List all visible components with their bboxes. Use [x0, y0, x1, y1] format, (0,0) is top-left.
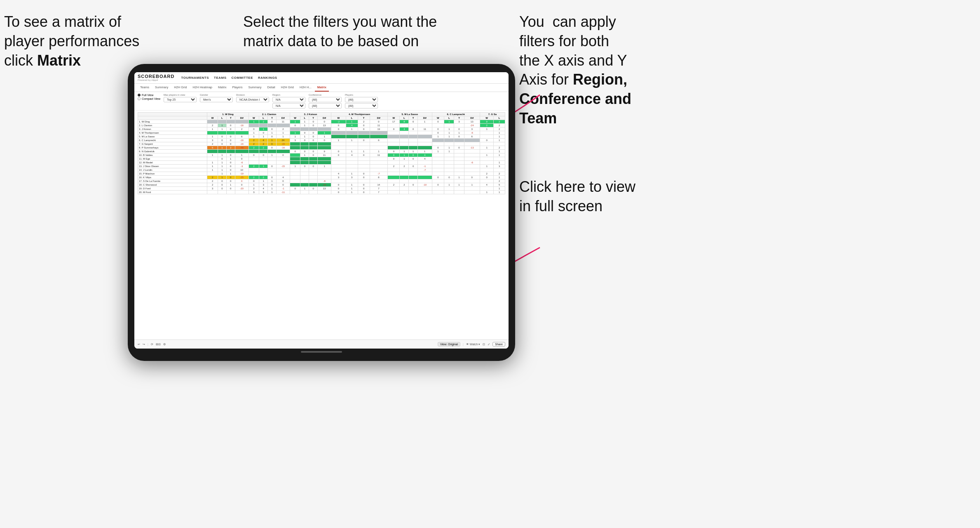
logo-sub-text: Powered by clippd	[138, 79, 174, 82]
player-name: 16. K Vilips	[138, 175, 207, 179]
sh-d3: Dif	[318, 116, 331, 120]
tab-players[interactable]: Players	[230, 84, 245, 92]
share-button[interactable]: Share	[492, 342, 505, 346]
watch-button[interactable]: 👁 Watch ▾	[466, 343, 480, 346]
filter-gender: Gender Men's	[200, 94, 233, 102]
player-name: 14. J Lundin	[138, 168, 207, 172]
table-row: 9. N Gabrelcik 0009 0111 0111 11 1	[138, 149, 505, 153]
gender-label: Gender	[200, 94, 233, 96]
sh-w7: W	[480, 116, 494, 120]
sh-d2: Dif	[276, 116, 290, 120]
conference-select-1[interactable]: (All)	[309, 97, 342, 102]
filter-conference: Conference (All) (All)	[309, 94, 342, 108]
conference-select-2[interactable]: (All)	[309, 103, 342, 108]
sh-d5: Dif	[418, 116, 432, 120]
table-row: 1. W Ding 12011 1100 -2120 17801 01313 9…	[138, 120, 505, 123]
table-row: 17. S De La Fuente 2000 0110 -8 2	[138, 179, 505, 183]
tab-h2h-heatmap[interactable]: H2H Heatmap	[190, 84, 215, 92]
tab-h2h-grid[interactable]: H2H Grid	[171, 84, 189, 92]
undo-icon[interactable]: ↩	[138, 343, 140, 346]
region-select-1[interactable]: N/A	[272, 97, 305, 102]
nav-tournaments[interactable]: TOURNAMENTS	[181, 75, 209, 80]
settings-icon[interactable]: ⚙	[163, 343, 166, 346]
table-row: 4. M Thorbjornsen 1011 1001 011-6 1	[138, 131, 505, 134]
tab-row: Teams Summary H2H Grid H2H Heatmap Matri…	[134, 84, 509, 92]
tab-matrix-active[interactable]: Matrix	[315, 84, 329, 92]
players-select-1[interactable]: (All)	[345, 97, 378, 102]
division-select[interactable]: NCAA Division I	[236, 97, 269, 102]
screen-icon[interactable]: ⊡	[483, 343, 485, 346]
division-label: Division	[236, 94, 269, 96]
col-header-5: 5. M La Sasso	[388, 112, 432, 116]
sh-l1: L	[218, 116, 227, 120]
compact-view-radio[interactable]	[138, 97, 141, 100]
table-row: 12. M Riedel 110-6 -6 1	[138, 160, 505, 164]
player-name: 18. C Sherwood	[138, 183, 207, 186]
sh-t4: T	[358, 116, 370, 120]
sh-l7: L	[494, 116, 505, 120]
refresh-icon[interactable]: ⟳	[151, 343, 153, 346]
matrix-table: 1. W Ding 2. L Clanton 3. J Koivun 4. M …	[138, 112, 505, 194]
table-row: 5. M La Sasso 1006 1101 1101 1106 1	[138, 134, 505, 138]
region-label: Region	[272, 94, 305, 96]
player-name: 19. D Ford	[138, 186, 207, 190]
tab-teams[interactable]: Teams	[138, 84, 152, 92]
tab-detail[interactable]: Detail	[265, 84, 278, 92]
player-name: 5. M La Sasso	[138, 134, 207, 138]
col-header-6: 6. C Lamprecht	[432, 112, 480, 116]
player-name: 17. S De La Fuente	[138, 179, 207, 183]
tablet-device: SCOREBOARD Powered by clippd TOURNAMENTS…	[128, 64, 515, 361]
players-select-2[interactable]: (All)	[345, 103, 378, 108]
logo-main-text: SCOREBOARD	[138, 74, 174, 79]
expand-icon[interactable]: ⤢	[488, 343, 490, 346]
redo-icon[interactable]: ↪	[143, 343, 145, 346]
full-view-option[interactable]: Full View	[138, 94, 160, 97]
player-name: 15. P Maichon	[138, 172, 207, 175]
home-indicator	[301, 351, 342, 353]
tab-h2h-grid2[interactable]: H2H Grid	[279, 84, 296, 92]
bottom-bar: ↩ ↪ | ⟳ ⊞⊟ ⚙ View: Original | 👁 Watch ▾ …	[134, 339, 509, 349]
matrix-area[interactable]: 1. W Ding 2. L Clanton 3. J Koivun 4. M …	[134, 111, 509, 339]
table-row: 18. C Sherwood 2010 1300 -15 01014 220-1…	[138, 183, 505, 186]
region-select-2[interactable]: N/A	[272, 103, 305, 108]
sh-w4: W	[331, 116, 346, 120]
max-players-select[interactable]: Top 25	[164, 97, 197, 102]
player-name: 9. N Gabrelcik	[138, 149, 207, 153]
tab-summary2[interactable]: Summary	[246, 84, 264, 92]
tab-h2h-h[interactable]: H2H H...	[297, 84, 314, 92]
player-name: 2. L Clanton	[138, 123, 207, 127]
sh-l4: L	[346, 116, 358, 120]
sh-w3: W	[290, 116, 300, 120]
player-name: 1. W Ding	[138, 120, 207, 123]
zoom-controls[interactable]: ⊞⊟	[156, 343, 161, 346]
table-row: 10. B Valdes 1101 0010 1011 04011 0104 1…	[138, 153, 505, 157]
nav-teams[interactable]: TEAMS	[214, 75, 227, 80]
sh-d6: Dif	[464, 116, 480, 120]
tab-summary[interactable]: Summary	[152, 84, 171, 92]
full-view-label: Full View	[142, 94, 153, 97]
col-header-7: 7. G Sa	[480, 112, 505, 116]
annotation-topmid: Select the filters you want the matrix d…	[243, 12, 441, 51]
view-original-button[interactable]: View: Original	[438, 342, 460, 346]
scoreboard-logo: SCOREBOARD Powered by clippd	[138, 74, 174, 82]
tablet-screen: SCOREBOARD Powered by clippd TOURNAMENTS…	[134, 72, 509, 349]
players-label: Players	[345, 94, 378, 96]
sh-w2: W	[249, 116, 259, 120]
sh-t2: T	[268, 116, 277, 120]
compact-view-option[interactable]: Compact View	[138, 97, 160, 100]
filter-max-players: Max players in view Top 25	[164, 94, 197, 102]
tab-matrix-left[interactable]: Matrix	[216, 84, 229, 92]
table-row: 8. P Summerhays 512-48 220-16 010-13 12	[138, 146, 505, 149]
table-row: 15. P Maichon 11-19 410-7 22	[138, 172, 505, 175]
full-view-radio[interactable]	[138, 94, 141, 97]
table-row: 2. L Clanton 210-16 01013 04011 -24 22	[138, 123, 505, 127]
table-row: 7. G Sargent 200-16 220-15	[138, 142, 505, 146]
player-name: 3. J Koivun	[138, 127, 207, 131]
nav-committee[interactable]: COMMITTEE	[232, 75, 253, 80]
sh-w5: W	[388, 116, 400, 120]
sh-t5: T	[409, 116, 418, 120]
sh-t6: T	[454, 116, 464, 120]
gender-select[interactable]: Men's	[200, 97, 233, 102]
nav-rankings[interactable]: RANKINGS	[258, 75, 277, 80]
col-header-2: 2. L Clanton	[249, 112, 290, 116]
